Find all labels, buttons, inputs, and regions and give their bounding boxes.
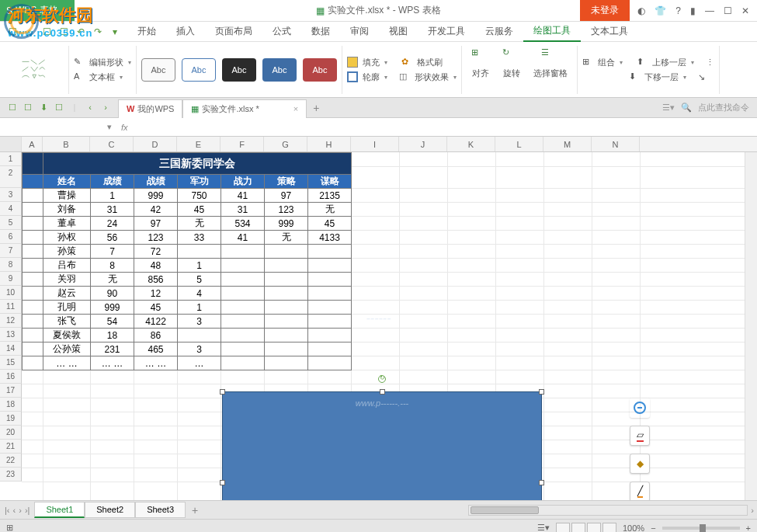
- bar-icon[interactable]: ▮: [690, 5, 696, 16]
- sheet-tab-Sheet3[interactable]: Sheet3: [135, 502, 186, 518]
- close-tab-icon[interactable]: ×: [293, 104, 298, 113]
- col-header-J[interactable]: J: [399, 137, 447, 151]
- zoom-out-button[interactable]: −: [651, 523, 655, 533]
- undo-icon[interactable]: ↶: [75, 26, 87, 37]
- table-cell[interactable]: 42: [134, 203, 178, 217]
- table-cell[interactable]: [265, 342, 308, 356]
- menu-item-公式[interactable]: 公式: [262, 22, 301, 42]
- help-icon[interactable]: ?: [675, 5, 681, 16]
- more-icon[interactable]: ↘: [698, 72, 705, 82]
- row-header-22[interactable]: 22: [0, 454, 22, 468]
- table-cell[interactable]: 无: [91, 273, 134, 287]
- table-cell[interactable]: 张飞: [43, 315, 91, 329]
- table-cell[interactable]: 夏侯敦: [43, 329, 91, 342]
- row-header-23[interactable]: 23: [0, 468, 22, 482]
- table-cell[interactable]: 45: [178, 203, 221, 217]
- new-icon[interactable]: ☐: [6, 103, 19, 113]
- table-cell[interactable]: 56: [91, 231, 134, 245]
- menu-item-开发工具[interactable]: 开发工具: [418, 22, 475, 42]
- add-sheet-button[interactable]: +: [186, 504, 204, 516]
- print-icon[interactable]: ☐: [40, 26, 53, 37]
- table-cell[interactable]: [265, 245, 308, 259]
- table-cell[interactable]: [308, 301, 352, 315]
- float-style-button[interactable]: ▱: [630, 426, 650, 446]
- send-backward-button[interactable]: ⬇下移一层▾ ↘: [582, 71, 714, 83]
- table-cell[interactable]: [265, 329, 308, 342]
- horizontal-scrollbar[interactable]: [468, 505, 748, 516]
- table-cell[interactable]: 刘备: [43, 203, 91, 217]
- row-header-13[interactable]: 13: [0, 328, 22, 342]
- add-tab-button[interactable]: +: [307, 102, 325, 114]
- table-cell[interactable]: [265, 301, 308, 315]
- table-cell[interactable]: [221, 315, 265, 329]
- worksheet-settings-icon[interactable]: ⊞: [6, 523, 13, 532]
- table-cell[interactable]: 无: [308, 203, 352, 217]
- row-header-18[interactable]: 18: [0, 398, 22, 412]
- row-header-8[interactable]: 8: [0, 258, 22, 272]
- table-cell[interactable]: 24: [91, 217, 134, 231]
- table-cell[interactable]: … …: [91, 356, 134, 370]
- shape-style-4[interactable]: Abc: [262, 58, 297, 82]
- table-cell[interactable]: [265, 287, 308, 301]
- row-header-4[interactable]: 4: [0, 202, 22, 216]
- zoom-in-button[interactable]: +: [746, 523, 751, 533]
- col-header-H[interactable]: H: [307, 137, 351, 151]
- table-cell[interactable]: 4: [178, 287, 221, 301]
- homepage-icon[interactable]: ⌂: [23, 26, 36, 37]
- col-header-F[interactable]: F: [221, 137, 264, 151]
- save-icon[interactable]: ☐: [6, 26, 19, 37]
- table-cell[interactable]: 孔明: [43, 301, 91, 315]
- table-cell[interactable]: 赵云: [43, 287, 91, 301]
- table-cell[interactable]: 曹操: [43, 189, 91, 203]
- table-cell[interactable]: 1: [178, 259, 221, 273]
- table-cell[interactable]: [221, 356, 265, 370]
- table-cell[interactable]: 8: [91, 259, 134, 273]
- row-header-12[interactable]: 12: [0, 314, 22, 328]
- table-cell[interactable]: [308, 273, 352, 287]
- search-icon[interactable]: 🔍: [681, 103, 692, 113]
- table-cell[interactable]: [221, 245, 265, 259]
- group-button[interactable]: ⊞组合▾ ⬆上移一层▾ ⋮: [582, 57, 714, 68]
- table-cell[interactable]: 45: [134, 301, 178, 315]
- menu-item-页面布局[interactable]: 页面布局: [205, 22, 262, 42]
- table-cell[interactable]: 999: [265, 217, 308, 231]
- row-header-5[interactable]: 5: [0, 216, 22, 230]
- float-delete-button[interactable]: [630, 398, 650, 418]
- table-cell[interactable]: 孙权: [43, 231, 91, 245]
- view-normal-button[interactable]: [556, 523, 570, 533]
- table-cell[interactable]: 72: [134, 245, 178, 259]
- open-icon[interactable]: ☐: [22, 103, 34, 113]
- table-cell[interactable]: 关羽: [43, 273, 91, 287]
- preview-icon[interactable]: ☐: [57, 26, 70, 37]
- table-cell[interactable]: [308, 342, 352, 356]
- menu-item-绘图工具[interactable]: 绘图工具: [523, 22, 581, 42]
- menu-item-开始[interactable]: 开始: [127, 22, 166, 42]
- table-cell[interactable]: 123: [134, 231, 178, 245]
- row-header-11[interactable]: 11: [0, 300, 22, 314]
- nav-left-icon[interactable]: ‹: [84, 103, 96, 113]
- view-custom-button[interactable]: [602, 523, 616, 533]
- col-header-M[interactable]: M: [543, 137, 592, 151]
- col-header-A[interactable]: A: [22, 137, 43, 151]
- redo-icon[interactable]: ↷: [92, 26, 104, 37]
- row-header-2[interactable]: 2: [0, 166, 22, 188]
- menu-item-插入[interactable]: 插入: [166, 22, 205, 42]
- table-cell[interactable]: [221, 273, 265, 287]
- table-cell[interactable]: 12: [134, 287, 178, 301]
- table-cell[interactable]: 999: [91, 301, 134, 315]
- sheet-tab-Sheet1[interactable]: Sheet1: [34, 502, 85, 518]
- table-cell[interactable]: 48: [134, 259, 178, 273]
- resize-handle-tl[interactable]: [220, 389, 225, 395]
- nav-right-icon[interactable]: ›: [99, 103, 112, 113]
- misc-status-icon[interactable]: ☰▾: [537, 523, 550, 532]
- login-button[interactable]: 未登录: [580, 0, 630, 21]
- col-header-K[interactable]: K: [447, 137, 495, 151]
- mail-icon[interactable]: ☐: [53, 103, 65, 113]
- spreadsheet-grid[interactable]: ABCDEFGHIJKLMN 1234567891011121314151617…: [0, 137, 757, 500]
- menu-icon[interactable]: ☰▾: [662, 103, 675, 113]
- table-cell[interactable]: 孙策: [43, 245, 91, 259]
- sheet-nav-next[interactable]: ›: [19, 506, 22, 515]
- fx-dropdown-icon[interactable]: ▾: [107, 122, 112, 132]
- float-outline-button[interactable]: ╱: [630, 482, 650, 500]
- search-prompt[interactable]: 点此查找命令: [698, 102, 749, 113]
